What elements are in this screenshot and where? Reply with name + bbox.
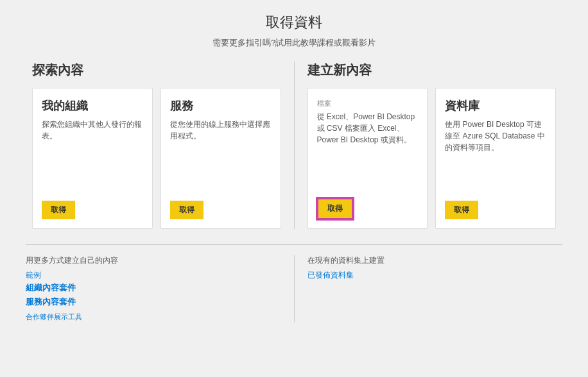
my-org-card: 我的組織 探索您組織中其他人發行的報表。 取得 xyxy=(32,88,153,229)
section-divider xyxy=(294,62,295,229)
my-org-get-button[interactable]: 取得 xyxy=(42,201,75,219)
files-get-button[interactable]: 取得 xyxy=(317,198,353,219)
my-org-desc: 探索您組織中其他人發行的報表。 xyxy=(42,119,143,192)
explore-section: 探索內容 我的組織 探索您組織中其他人發行的報表。 取得 服務 從您使用的線上服… xyxy=(26,62,288,229)
page-wrapper: 取得資料 需要更多指引嗎?試用此教學課程或觀看影片 探索內容 我的組織 探索您組… xyxy=(0,0,588,332)
page-title: 取得資料 xyxy=(26,13,562,32)
services-desc: 從您使用的線上服務中選擇應用程式。 xyxy=(170,119,272,192)
files-desc-text: 從 Excel、Power BI Desktop 或 CSV 檔案匯入 Exce… xyxy=(317,112,415,144)
bottom-row: 用更多方式建立自己的內容 範例 組織內容套件 服務內容套件 合作夥伴展示工具 在… xyxy=(26,244,562,332)
files-label: 檔案 xyxy=(317,99,419,108)
published-datasets-link[interactable]: 已發佈資料集 xyxy=(307,270,563,281)
my-org-title: 我的組織 xyxy=(42,99,143,113)
bottom-left: 用更多方式建立自己的內容 範例 組織內容套件 服務內容套件 合作夥伴展示工具 xyxy=(26,255,294,322)
org-content-pack-link[interactable]: 組織內容套件 xyxy=(26,282,281,294)
partner-demo-link[interactable]: 合作夥伴展示工具 xyxy=(26,313,82,321)
create-section-title: 建立新內容 xyxy=(307,62,557,79)
files-desc: 從 Excel、Power BI Desktop 或 CSV 檔案匯入 Exce… xyxy=(317,111,419,189)
services-card: 服務 從您使用的線上服務中選擇應用程式。 取得 xyxy=(160,88,281,229)
sections-row: 探索內容 我的組織 探索您組織中其他人發行的報表。 取得 服務 從您使用的線上服… xyxy=(26,62,562,229)
create-section: 建立新內容 檔案 從 Excel、Power BI Desktop 或 CSV … xyxy=(301,62,563,229)
database-card: 資料庫 使用 Power BI Desktop 可連線至 Azure SQL D… xyxy=(435,88,556,229)
header: 取得資料 需要更多指引嗎?試用此教學課程或觀看影片 xyxy=(26,13,562,49)
page-subtitle: 需要更多指引嗎?試用此教學課程或觀看影片 xyxy=(26,37,562,49)
examples-link[interactable]: 範例 xyxy=(26,270,281,281)
service-content-pack-link[interactable]: 服務內容套件 xyxy=(26,296,281,308)
database-get-button[interactable]: 取得 xyxy=(445,201,478,219)
database-desc: 使用 Power BI Desktop 可連線至 Azure SQL Datab… xyxy=(445,119,546,192)
bottom-right: 在現有的資料集上建置 已發佈資料集 xyxy=(294,255,563,322)
explore-section-title: 探索內容 xyxy=(32,62,281,79)
explore-cards-row: 我的組織 探索您組織中其他人發行的報表。 取得 服務 從您使用的線上服務中選擇應… xyxy=(32,88,281,229)
files-card: 檔案 從 Excel、Power BI Desktop 或 CSV 檔案匯入 E… xyxy=(307,88,428,229)
database-title: 資料庫 xyxy=(445,99,546,113)
services-get-button[interactable]: 取得 xyxy=(170,201,203,219)
bottom-left-title: 用更多方式建立自己的內容 xyxy=(26,255,281,266)
services-title: 服務 xyxy=(170,99,272,113)
bottom-right-title: 在現有的資料集上建置 xyxy=(307,255,563,266)
create-cards-row: 檔案 從 Excel、Power BI Desktop 或 CSV 檔案匯入 E… xyxy=(307,88,557,229)
